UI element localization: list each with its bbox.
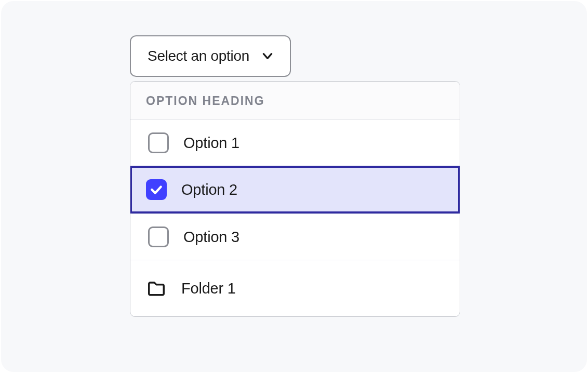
folder-icon	[146, 278, 167, 299]
dropdown-heading: OPTION HEADING	[130, 82, 460, 120]
chevron-down-icon	[261, 49, 274, 63]
dropdown-container: Select an option OPTION HEADING Option 1	[130, 35, 462, 317]
option-label: Option 2	[181, 181, 237, 198]
dropdown-panel: OPTION HEADING Option 1 Option 2	[130, 81, 460, 317]
checkbox-checked-icon	[146, 179, 167, 200]
app-canvas: Select an option OPTION HEADING Option 1	[1, 1, 587, 372]
options-section: Option 1 Option 2 Option 3	[130, 120, 460, 262]
select-trigger[interactable]: Select an option	[130, 35, 291, 77]
option-row-3[interactable]: Option 3	[130, 214, 460, 262]
checkbox-unchecked-icon	[148, 132, 169, 153]
checkbox-unchecked-icon	[148, 227, 169, 247]
option-label: Option 3	[183, 229, 239, 246]
folder-row[interactable]: Folder 1	[130, 260, 460, 316]
folder-label: Folder 1	[181, 280, 236, 297]
option-row-2[interactable]: Option 2	[130, 166, 460, 214]
option-label: Option 1	[183, 135, 239, 152]
select-trigger-label: Select an option	[148, 48, 249, 64]
option-row-1[interactable]: Option 1	[130, 120, 460, 168]
